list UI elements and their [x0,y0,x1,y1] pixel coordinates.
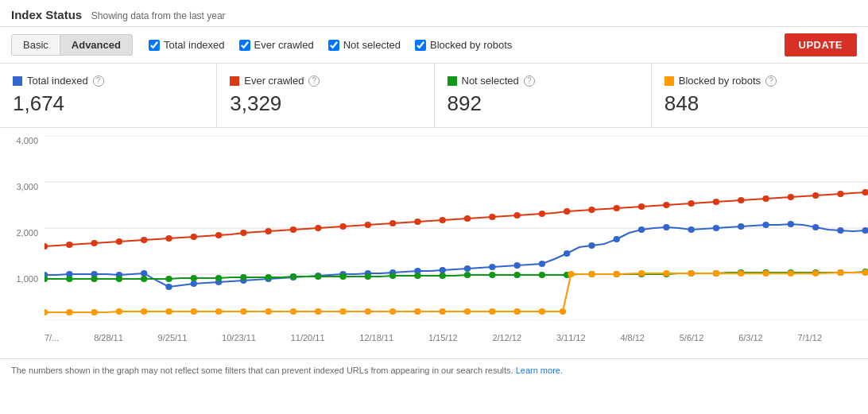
svg-point-22 [464,215,471,222]
svg-point-34 [762,195,769,202]
ever-crawled-color [230,76,239,86]
svg-point-65 [663,224,669,230]
total-indexed-stat-label: Total indexed [27,75,88,87]
svg-point-60 [539,261,545,267]
svg-point-15 [290,226,296,233]
blocked-by-robots-checkbox[interactable]: Blocked by robots [415,39,512,51]
chart-svg [45,136,868,320]
total-indexed-checkbox[interactable]: Total indexed [149,39,225,51]
blocked-by-robots-help-icon[interactable]: ? [765,75,777,87]
svg-point-137 [688,270,694,277]
ever-crawled-help-icon[interactable]: ? [308,75,320,87]
not-selected-label: Not selected [343,39,401,51]
svg-point-62 [588,242,595,249]
svg-point-59 [513,262,520,269]
svg-point-64 [638,226,645,233]
svg-point-138 [713,270,719,277]
x-label-0: 7/... [45,333,59,342]
svg-point-32 [713,199,719,205]
svg-point-117 [215,308,222,315]
svg-point-63 [614,236,620,242]
svg-point-86 [315,273,321,280]
svg-point-136 [663,270,669,277]
svg-point-95 [539,272,545,278]
svg-point-93 [489,272,495,278]
svg-point-75 [45,276,48,282]
chart-area: 4,000 3,000 2,000 1,000 [0,128,868,358]
ever-crawled-value: 3,329 [230,91,420,116]
svg-point-10 [165,235,172,242]
svg-point-79 [141,276,147,282]
svg-point-20 [414,219,420,225]
footer-note-text: The numbers shown in the graph may not r… [11,366,513,375]
x-label-12: 7/1/12 [798,333,823,342]
not-selected-help-icon[interactable]: ? [524,75,535,87]
svg-point-27 [588,207,595,213]
page-title: Index Status [11,8,82,21]
svg-point-45 [165,284,172,290]
svg-point-82 [215,275,222,281]
svg-point-71 [812,224,819,230]
svg-point-134 [614,271,620,277]
svg-point-94 [513,272,520,278]
svg-point-58 [489,264,495,270]
stat-total-indexed: Total indexed ? 1,674 [0,64,217,127]
y-label-1000: 1,000 [16,274,38,284]
svg-point-130 [539,308,545,315]
x-label-8: 3/11/12 [556,333,586,342]
svg-point-24 [513,212,520,219]
svg-point-9 [141,237,147,243]
total-indexed-help-icon[interactable]: ? [93,75,104,87]
svg-point-81 [191,275,197,281]
svg-point-112 [91,309,97,315]
svg-point-18 [365,222,371,228]
stat-blocked-by-robots: Blocked by robots ? 848 [652,64,868,127]
svg-point-25 [539,211,545,217]
svg-point-114 [141,308,147,315]
svg-point-7 [91,240,97,246]
y-label-4000: 4,000 [16,136,38,145]
svg-point-16 [315,225,321,231]
learn-more-link[interactable]: Learn more. [516,366,563,375]
svg-point-46 [191,281,197,287]
svg-point-92 [464,272,471,278]
toolbar: Basic Advanced Total indexed Ever crawle… [0,27,868,64]
svg-point-70 [788,221,794,227]
svg-point-139 [738,270,744,277]
svg-point-17 [339,223,346,230]
svg-point-30 [663,202,669,208]
svg-point-113 [116,308,122,315]
svg-point-29 [638,203,645,210]
basic-button[interactable]: Basic [11,34,60,56]
svg-point-141 [788,270,794,277]
svg-point-12 [215,232,222,238]
svg-point-125 [414,308,420,315]
page-header: Index Status Showing data from the last … [0,0,868,27]
update-button[interactable]: UPDATE [785,33,857,56]
ever-crawled-checkbox[interactable]: Ever crawled [239,39,314,51]
svg-point-23 [489,214,495,220]
y-label-3000: 3,000 [16,182,38,192]
svg-point-38 [862,189,868,195]
svg-point-91 [440,273,446,279]
svg-point-14 [265,228,271,234]
advanced-button[interactable]: Advanced [60,34,133,56]
svg-point-128 [489,308,495,315]
total-indexed-value: 1,674 [13,91,203,116]
svg-point-119 [265,308,271,315]
svg-point-44 [141,270,147,277]
svg-point-142 [812,270,819,277]
blocked-by-robots-value: 848 [665,91,855,116]
x-label-6: 1/15/12 [428,333,458,342]
svg-point-129 [513,308,520,315]
svg-point-76 [66,276,72,282]
stat-not-selected: Not selected ? 892 [435,64,652,127]
x-label-4: 11/20/11 [291,333,325,342]
not-selected-checkbox[interactable]: Not selected [328,39,401,51]
svg-point-88 [365,273,371,280]
svg-point-116 [191,308,197,315]
svg-point-124 [389,308,396,315]
svg-point-115 [165,308,172,315]
x-label-10: 5/6/12 [680,333,704,342]
x-label-3: 10/23/11 [222,333,256,342]
